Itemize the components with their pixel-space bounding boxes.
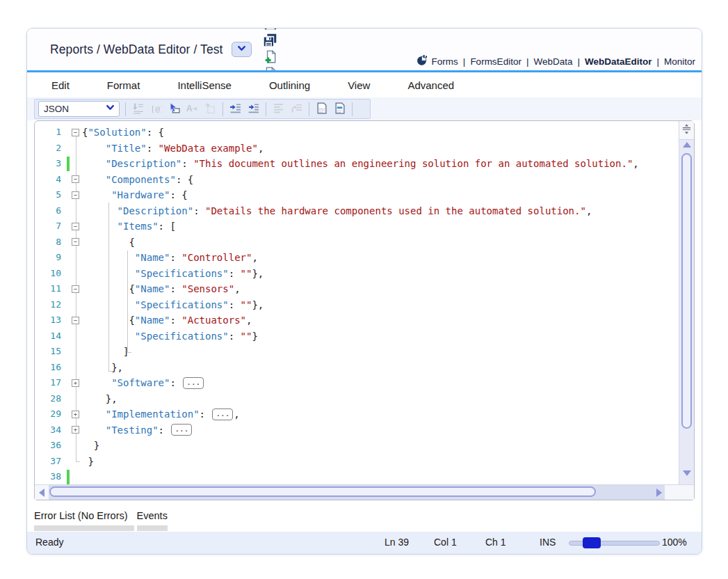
split-handle[interactable] bbox=[679, 121, 694, 140]
code-line[interactable]: 5− "Hardware": { bbox=[35, 187, 679, 203]
nav-link-webdata[interactable]: WebData bbox=[533, 56, 572, 67]
code-line[interactable]: 29+ "Implementation": ..., bbox=[35, 406, 679, 422]
code-editor-panel: 1−{"Solution": {2 "Title": "WebData exam… bbox=[34, 120, 695, 500]
line-number: 28 bbox=[35, 391, 67, 407]
fold-guide-foot bbox=[76, 461, 80, 462]
menu-item-format[interactable]: Format bbox=[88, 75, 159, 95]
code-line[interactable]: 8− { bbox=[35, 235, 679, 251]
chevron-down-icon bbox=[236, 43, 247, 56]
code-line[interactable]: 37 } bbox=[35, 454, 679, 470]
code-line[interactable]: 36 } bbox=[35, 438, 679, 454]
format-document-button[interactable] bbox=[272, 102, 285, 116]
nav-link-monitor[interactable]: Monitor bbox=[664, 56, 695, 67]
surround-with-icon bbox=[204, 102, 216, 116]
document-dropdown-button[interactable] bbox=[232, 42, 252, 57]
menu-item-view[interactable]: View bbox=[329, 75, 389, 95]
code-line[interactable]: 38 bbox=[35, 469, 679, 484]
code-line[interactable]: 7− "Items": [ bbox=[35, 219, 679, 235]
horizontal-scroll-thumb[interactable] bbox=[49, 486, 596, 497]
code-line[interactable]: 13− {"Name": "Actuators", bbox=[35, 312, 679, 328]
tab-error-list[interactable]: Error List (No Errors) bbox=[34, 510, 128, 531]
vertical-scrollbar[interactable] bbox=[679, 121, 694, 485]
show-formatting-button[interactable] bbox=[315, 102, 328, 116]
code-text: } bbox=[81, 454, 94, 470]
toolbar-row: JSON [@]A bbox=[27, 97, 702, 120]
fold-collapse-button[interactable]: − bbox=[72, 238, 79, 246]
menu-item-intellisense[interactable]: IntelliSense bbox=[159, 75, 250, 95]
code-text: {"Name": "Sensors", bbox=[81, 281, 241, 297]
menu-item-edit[interactable]: Edit bbox=[33, 75, 88, 95]
code-line[interactable]: 34+ "Testing": ... bbox=[35, 422, 679, 438]
new-document-icon bbox=[264, 50, 277, 66]
nav-link-formseditor[interactable]: FormsEditor bbox=[470, 56, 521, 67]
save-all-button[interactable] bbox=[262, 33, 279, 49]
nav-link-webdataeditor[interactable]: WebDataEditor bbox=[585, 56, 652, 67]
save-button[interactable] bbox=[262, 28, 279, 33]
code-line[interactable]: 12 "Specifications": ""}, bbox=[35, 297, 679, 313]
collapsed-region-box[interactable]: ... bbox=[212, 409, 233, 420]
change-case-button[interactable]: A bbox=[186, 102, 199, 116]
select-element-button[interactable] bbox=[168, 102, 181, 116]
code-line[interactable]: 16 }, bbox=[35, 360, 679, 376]
code-line[interactable]: 17+ "Software": ... bbox=[35, 375, 679, 391]
fold-collapse-button[interactable]: − bbox=[72, 317, 79, 324]
fold-collapse-button[interactable]: − bbox=[72, 175, 79, 183]
fold-expand-button[interactable]: + bbox=[72, 426, 79, 434]
comment-selection-button[interactable] bbox=[131, 102, 145, 116]
nav-link-forms[interactable]: Forms bbox=[432, 56, 458, 67]
horizontal-scroll-track[interactable] bbox=[49, 485, 665, 500]
menu-item-outlining[interactable]: Outlining bbox=[250, 75, 329, 95]
insert-attribute-button[interactable]: [@] bbox=[149, 102, 163, 116]
code-editor[interactable]: 1−{"Solution": {2 "Title": "WebData exam… bbox=[35, 121, 679, 484]
language-select[interactable]: JSON bbox=[38, 101, 120, 117]
scroll-down-button[interactable] bbox=[679, 470, 694, 476]
toolbar-separator bbox=[266, 102, 266, 116]
tab-events[interactable]: Events bbox=[137, 510, 168, 531]
code-line[interactable]: 6 "Description": "Details the hardware c… bbox=[35, 203, 679, 219]
line-number: 37 bbox=[35, 454, 67, 470]
menu-item-advanced[interactable]: Advanced bbox=[389, 75, 473, 95]
line-number: 16 bbox=[35, 360, 67, 376]
toolbar: JSON [@]A bbox=[34, 99, 371, 119]
collapse-outlining-button[interactable] bbox=[333, 102, 346, 116]
code-line[interactable]: 14 "Specifications": ""} bbox=[35, 328, 679, 344]
fold-expand-button[interactable]: + bbox=[72, 379, 79, 387]
fold-collapse-button[interactable]: − bbox=[72, 285, 79, 293]
format-selection-button[interactable] bbox=[290, 102, 303, 116]
fold-collapse-button[interactable]: − bbox=[72, 223, 79, 230]
vertical-scroll-thumb[interactable] bbox=[681, 153, 692, 429]
code-line[interactable]: 4− "Components": { bbox=[35, 172, 679, 188]
zoom-slider-thumb[interactable] bbox=[583, 537, 601, 548]
code-line[interactable]: 28 }, bbox=[35, 391, 679, 407]
collapsed-region-box[interactable]: ... bbox=[171, 424, 192, 436]
status-insert-mode: INS bbox=[540, 537, 556, 548]
surround-with-button[interactable] bbox=[204, 102, 217, 116]
indent-icon bbox=[248, 102, 259, 116]
code-text: "Software": ... bbox=[81, 375, 204, 391]
horizontal-scrollbar[interactable] bbox=[35, 484, 694, 500]
code-line[interactable]: 1−{"Solution": { bbox=[35, 125, 679, 141]
fold-collapse-button[interactable]: − bbox=[72, 191, 79, 199]
arrow-left-icon bbox=[39, 489, 45, 497]
svg-text:[@]: [@] bbox=[151, 104, 162, 113]
scroll-left-button[interactable] bbox=[35, 485, 49, 500]
zoom-slider[interactable] bbox=[569, 537, 660, 548]
code-line[interactable]: 2 "Title": "WebData example", bbox=[35, 141, 679, 157]
status-ready: Ready bbox=[35, 537, 63, 548]
code-line[interactable]: 9 "Name": "Controller", bbox=[35, 250, 679, 266]
scroll-up-button[interactable] bbox=[679, 142, 694, 148]
scroll-right-button[interactable] bbox=[652, 485, 666, 500]
fold-expand-button[interactable]: + bbox=[72, 411, 79, 418]
fold-collapse-button[interactable]: − bbox=[72, 129, 79, 136]
collapsed-region-box[interactable]: ... bbox=[183, 377, 204, 389]
indent-button[interactable] bbox=[247, 102, 260, 116]
pie-chart-icon bbox=[416, 54, 428, 68]
outdent-button[interactable] bbox=[229, 102, 242, 116]
code-line[interactable]: 11− {"Name": "Sensors", bbox=[35, 281, 679, 297]
comment-selection-icon bbox=[132, 102, 144, 116]
code-line[interactable]: 10 "Specifications": ""}, bbox=[35, 266, 679, 282]
code-text: "Components": { bbox=[81, 172, 193, 188]
line-number: 1 bbox=[35, 125, 67, 141]
new-document-button[interactable] bbox=[262, 49, 279, 66]
code-line[interactable]: 3 "Description": "This document outlines… bbox=[35, 156, 679, 172]
